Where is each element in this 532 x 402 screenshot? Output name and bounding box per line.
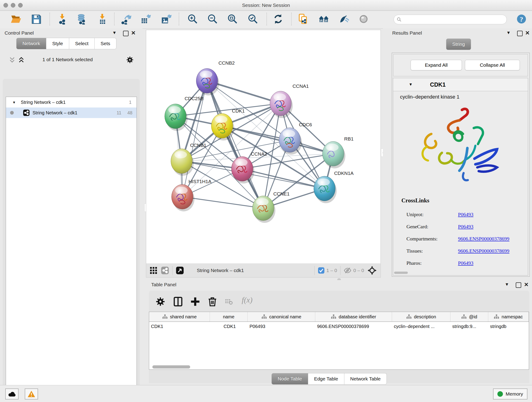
delete-table-icon[interactable] xyxy=(225,298,233,305)
function-builder-button[interactable]: f(x) xyxy=(242,296,253,304)
export-network-button[interactable] xyxy=(121,13,132,25)
clone-network-button[interactable] xyxy=(298,13,309,25)
column-header[interactable]: @id xyxy=(450,312,488,322)
refresh-button[interactable] xyxy=(273,13,284,25)
results-hscrollbar[interactable] xyxy=(394,272,408,274)
zoom-out-button[interactable] xyxy=(207,13,218,25)
search-box[interactable] xyxy=(394,15,507,24)
zoom-selected-button[interactable] xyxy=(247,13,259,25)
warning-status-button[interactable] xyxy=(25,389,38,400)
help-button[interactable]: ? xyxy=(516,13,527,25)
enhanced-labels-button[interactable] xyxy=(338,13,349,25)
tab-network[interactable]: Network xyxy=(16,38,46,49)
network-options-gear-icon[interactable] xyxy=(126,56,134,64)
network-node[interactable]: CDK1 xyxy=(211,108,245,140)
table-panel-maximize-button[interactable] xyxy=(516,282,521,288)
table-row[interactable]: CDK1CDK1P064939606.ENSP00000378699cyclin… xyxy=(149,322,529,331)
table-cell[interactable]: CDK1 xyxy=(149,322,210,331)
network-node[interactable]: CDKN1A xyxy=(314,171,354,203)
results-panel-close-button[interactable]: ✕ xyxy=(525,30,530,36)
memory-button[interactable]: Memory xyxy=(493,389,527,400)
control-panel-maximize-button[interactable] xyxy=(123,31,128,36)
tab-select[interactable]: Select xyxy=(69,38,95,49)
column-header[interactable]: shared name xyxy=(149,312,210,322)
open-session-button[interactable] xyxy=(10,13,21,25)
zoom-fit-button[interactable] xyxy=(227,13,238,25)
string-home-button[interactable] xyxy=(318,13,329,25)
network-node[interactable]: CCNB2 xyxy=(196,60,235,96)
network-collection-row[interactable]: ▼ String Network – cdk1 1 xyxy=(6,97,137,108)
tab-network-table[interactable]: Network Table xyxy=(344,373,387,385)
network-node[interactable]: CDC6 xyxy=(279,122,312,155)
crosslink-value-link[interactable]: P06493 xyxy=(458,260,473,266)
export-table-button[interactable] xyxy=(140,13,151,25)
hidden-eye-icon[interactable] xyxy=(344,267,351,274)
column-header[interactable]: canonical name xyxy=(248,312,315,322)
tab-string[interactable]: String xyxy=(446,38,471,50)
search-input[interactable] xyxy=(402,17,499,22)
control-panel-float-button[interactable]: ▼ xyxy=(112,30,117,35)
add-column-icon[interactable] xyxy=(190,297,200,307)
import-network-button[interactable] xyxy=(57,13,68,25)
table-cell[interactable]: CDK1 xyxy=(210,322,248,331)
node-gloss xyxy=(174,151,187,158)
show-columns-icon[interactable] xyxy=(173,297,183,307)
column-header[interactable]: namespac xyxy=(488,312,529,322)
string-view-icon[interactable] xyxy=(161,266,169,274)
tab-style[interactable]: Style xyxy=(46,38,69,49)
crosslink-value-link[interactable]: 9606.ENSP00000378699 xyxy=(458,236,509,242)
tab-edge-table[interactable]: Edge Table xyxy=(308,373,344,385)
save-session-button[interactable] xyxy=(31,13,42,25)
table-cell[interactable]: P06493 xyxy=(248,322,315,331)
birds-eye-grid-icon[interactable] xyxy=(149,266,158,274)
selected-checkbox-icon[interactable] xyxy=(318,267,325,274)
results-panel-float-button[interactable]: ▼ xyxy=(506,30,511,35)
cloud-status-button[interactable] xyxy=(5,389,19,400)
node-table[interactable]: shared namenamecanonical namedatabase id… xyxy=(149,312,529,370)
table-cell[interactable]: stringdb:9... xyxy=(450,322,488,331)
network-edge[interactable] xyxy=(207,81,263,208)
column-header[interactable]: description xyxy=(392,312,450,322)
zoom-in-button[interactable] xyxy=(187,13,198,25)
table-hscrollbar-thumb[interactable] xyxy=(152,365,190,369)
control-panel-close-button[interactable]: ✕ xyxy=(131,30,136,36)
network-row[interactable]: String Network – cdk1 11 48 xyxy=(6,108,137,118)
crosslink-value-link[interactable]: P06493 xyxy=(458,211,473,217)
table-panel-close-button[interactable]: ✕ xyxy=(524,281,529,288)
tree-expander-icon[interactable]: ▼ xyxy=(12,100,16,104)
table-panel-float-button[interactable]: ▼ xyxy=(505,282,509,287)
tab-sets[interactable]: Sets xyxy=(95,38,116,49)
export-image-button[interactable] xyxy=(161,13,172,25)
network-node[interactable]: HIST1H1A xyxy=(172,179,211,211)
network-node[interactable]: CCNB1 xyxy=(171,143,206,176)
column-header[interactable]: name xyxy=(210,312,248,322)
column-header[interactable]: database identifier xyxy=(315,312,392,322)
network-canvas[interactable]: CCNB2CCNA1CDC25BCDK1CDC6RB1CCNB1CCNA2CDK… xyxy=(146,30,381,264)
table-cell[interactable]: cyclin–dependent ... xyxy=(392,322,450,331)
show-glass-ball-button[interactable] xyxy=(358,13,369,25)
gene-name: CDK1 xyxy=(430,81,446,88)
results-panel-maximize-button[interactable] xyxy=(517,31,523,36)
network-edge[interactable] xyxy=(182,197,263,208)
fit-crosshair-icon[interactable] xyxy=(367,266,377,275)
collapse-all-networks-icon[interactable] xyxy=(9,56,16,63)
crosslink-value-link[interactable]: P06493 xyxy=(458,224,473,230)
delete-column-icon[interactable] xyxy=(207,297,217,307)
gene-section-header[interactable]: ▼ CDK1 xyxy=(393,78,528,91)
table-cell[interactable]: 9606.ENSP00000378699 xyxy=(315,322,392,331)
tab-node-table[interactable]: Node Table xyxy=(272,373,308,385)
network-node[interactable]: CCNA1 xyxy=(270,84,309,118)
table-gear-icon[interactable] xyxy=(155,297,165,307)
import-network-from-database-button[interactable] xyxy=(76,13,87,25)
table-cell[interactable]: stringdb xyxy=(488,322,529,331)
network-edge[interactable] xyxy=(222,126,333,154)
import-table-button[interactable] xyxy=(97,13,108,25)
expand-all-networks-icon[interactable] xyxy=(18,56,25,63)
section-expander-icon[interactable]: ▼ xyxy=(409,82,413,87)
crosslink-value-link[interactable]: 9606.ENSP00000378699 xyxy=(458,248,509,254)
main-toolbar: ? xyxy=(0,11,532,29)
expand-all-button[interactable]: Expand All xyxy=(411,60,462,70)
collapse-all-button[interactable]: Collapse All xyxy=(465,60,520,70)
network-node[interactable]: RB1 xyxy=(322,136,354,168)
open-in-browser-icon[interactable] xyxy=(176,266,184,274)
